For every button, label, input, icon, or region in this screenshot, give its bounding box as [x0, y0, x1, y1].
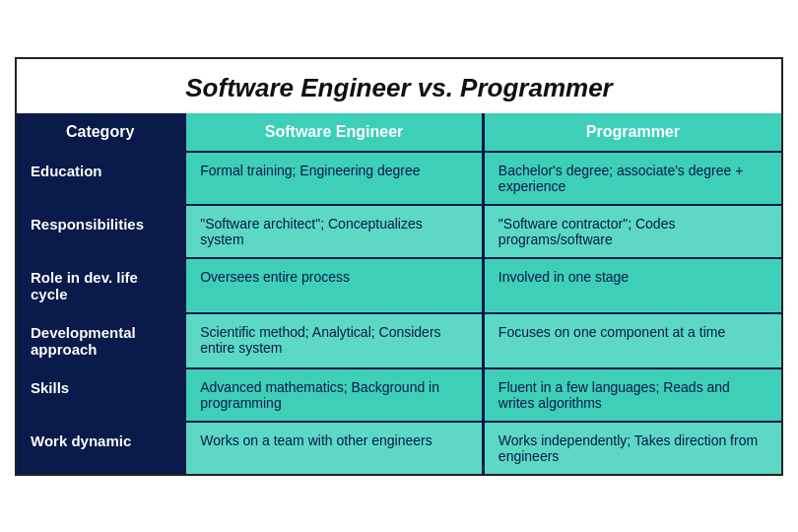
- se-cell: Works on a team with other engineers: [185, 422, 484, 474]
- page-title: Software Engineer vs. Programmer: [17, 59, 781, 113]
- table-header-row: Category Software Engineer Programmer: [17, 113, 781, 152]
- table-row: Responsibilities"Software architect"; Co…: [17, 205, 781, 258]
- table-row: Role in dev. life cycleOversees entire p…: [17, 258, 781, 313]
- table-row: SkillsAdvanced mathematics; Background i…: [17, 368, 781, 422]
- se-cell: "Software architect"; Conceptualizes sys…: [185, 205, 484, 258]
- prog-cell: Focuses on one component at a time: [483, 313, 781, 368]
- category-cell: Role in dev. life cycle: [17, 258, 185, 313]
- se-cell: Scientific method; Analytical; Considers…: [185, 313, 484, 368]
- header-category: Category: [17, 113, 185, 152]
- category-cell: Skills: [17, 368, 185, 422]
- prog-cell: Works independently; Takes direction fro…: [483, 422, 781, 474]
- se-cell: Oversees entire process: [185, 258, 484, 313]
- prog-cell: Involved in one stage: [483, 258, 781, 313]
- category-cell: Education: [17, 152, 185, 205]
- comparison-container: Software Engineer vs. Programmer Categor…: [15, 57, 783, 476]
- table-row: EducationFormal training; Engineering de…: [17, 152, 781, 205]
- category-cell: Responsibilities: [17, 205, 185, 258]
- header-software-engineer: Software Engineer: [185, 113, 484, 152]
- category-cell: Work dynamic: [17, 422, 185, 474]
- prog-cell: Bachelor's degree; associate's degree + …: [483, 152, 781, 205]
- prog-cell: Fluent in a few languages; Reads and wri…: [483, 368, 781, 422]
- se-cell: Formal training; Engineering degree: [185, 152, 484, 205]
- category-cell: Developmental approach: [17, 313, 185, 368]
- comparison-table: Category Software Engineer Programmer Ed…: [17, 113, 781, 474]
- prog-cell: "Software contractor"; Codes programs/so…: [483, 205, 781, 258]
- se-cell: Advanced mathematics; Background in prog…: [185, 368, 484, 422]
- table-row: Developmental approachScientific method;…: [17, 313, 781, 368]
- header-programmer: Programmer: [483, 113, 781, 152]
- table-row: Work dynamicWorks on a team with other e…: [17, 422, 781, 474]
